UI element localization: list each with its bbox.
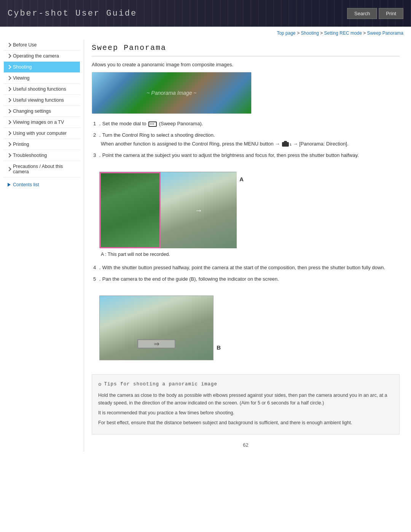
page-title: Sweep Panorama bbox=[92, 40, 400, 56]
step-1-text: 1 ．Set the mode dial to (Sweep Panorama)… bbox=[93, 121, 203, 126]
step-5-image-container: ⇒ B bbox=[99, 290, 213, 364]
sweep-panorama-icon bbox=[148, 121, 157, 127]
header: Cyber-shot User Guide Search Print bbox=[0, 0, 411, 27]
sidebar-label: Using with your computer bbox=[13, 131, 67, 136]
header-buttons: Search Print bbox=[347, 8, 403, 19]
arrow-icon bbox=[7, 76, 11, 80]
main-content: Sweep Panorama Allows you to create a pa… bbox=[84, 40, 407, 452]
sidebar-label: Useful viewing functions bbox=[13, 97, 64, 103]
arrow-icon bbox=[7, 87, 11, 91]
sidebar-item-before-use[interactable]: Before Use bbox=[4, 40, 80, 51]
sidebar-label: Operating the camera bbox=[13, 53, 59, 59]
tips-text-2: It is recommended that you practice a fe… bbox=[98, 409, 393, 417]
tips-title: ✿ Tips for shooting a panoramic image bbox=[98, 380, 393, 388]
breadcrumb-sweep[interactable]: Sweep Panorama bbox=[367, 30, 403, 36]
step-4: 4 ．With the shutter button pressed halfw… bbox=[92, 264, 400, 272]
pano2-indicator: ⇒ bbox=[137, 339, 175, 348]
main-layout: Before Use Operating the camera Shooting… bbox=[0, 40, 411, 459]
sidebar-item-using-computer[interactable]: Using with your computer bbox=[4, 128, 80, 139]
step-3-image: → A bbox=[99, 172, 236, 248]
arrow-icon bbox=[7, 120, 11, 124]
arrow-icon bbox=[7, 98, 11, 102]
sidebar-label: Printing bbox=[13, 142, 29, 147]
pano2-arrow-icon: ⇒ bbox=[154, 340, 159, 348]
sidebar-item-useful-viewing[interactable]: Useful viewing functions bbox=[4, 95, 80, 106]
step-2: 2 ．Turn the Control Ring to select a sho… bbox=[92, 131, 400, 148]
sidebar-label: Useful shooting functions bbox=[13, 86, 66, 92]
tips-text-3: For best effect, ensure that the distanc… bbox=[98, 419, 393, 427]
arrow-icon bbox=[7, 153, 11, 157]
sidebar-label: Troubleshooting bbox=[13, 153, 47, 158]
sidebar-item-viewing[interactable]: Viewing bbox=[4, 73, 80, 84]
sidebar-item-shooting[interactable]: Shooting bbox=[4, 62, 80, 73]
arrow-icon bbox=[7, 109, 11, 113]
contents-link-label: Contents list bbox=[13, 182, 39, 187]
app-title: Cyber-shot User Guide bbox=[8, 9, 137, 18]
print-button[interactable]: Print bbox=[379, 8, 403, 19]
sidebar-label: Changing settings bbox=[13, 109, 51, 114]
label-a: A bbox=[239, 176, 244, 182]
breadcrumb-top[interactable]: Top page bbox=[277, 30, 295, 36]
intro-text: Allows you to create a panoramic image f… bbox=[92, 62, 400, 67]
sidebar-label: Precautions / About this camera bbox=[13, 164, 76, 174]
panorama-banner-image bbox=[92, 72, 252, 114]
tips-text-1: Hold the camera as close to the body as … bbox=[98, 391, 393, 407]
sidebar-item-operating[interactable]: Operating the camera bbox=[4, 51, 80, 62]
page-number: 62 bbox=[92, 435, 400, 452]
sidebar-label: Viewing images on a TV bbox=[13, 120, 64, 125]
step-3: 3 ．Point the camera at the subject you w… bbox=[92, 152, 400, 159]
contents-list-link[interactable]: Contents list bbox=[4, 177, 80, 190]
pano-left-panel bbox=[100, 172, 161, 248]
arrow-icon bbox=[7, 131, 11, 135]
breadcrumb-setting-rec[interactable]: Setting REC mode bbox=[324, 30, 362, 36]
arrow-icon bbox=[7, 54, 11, 58]
step-5-image: ⇒ B bbox=[99, 296, 213, 360]
sidebar-item-viewing-tv[interactable]: Viewing images on a TV bbox=[4, 117, 80, 128]
step-2-sub: When another function is assigned to the… bbox=[101, 140, 400, 148]
sidebar-item-troubleshooting[interactable]: Troubleshooting bbox=[4, 150, 80, 161]
camera-menu-icon bbox=[282, 142, 289, 147]
sidebar-item-useful-shooting[interactable]: Useful shooting functions bbox=[4, 84, 80, 95]
steps-list: 1 ．Set the mode dial to (Sweep Panorama)… bbox=[92, 120, 400, 368]
label-a-caption: A : This part will not be recorded. bbox=[99, 252, 236, 257]
arrow-icon bbox=[7, 65, 11, 69]
step-1: 1 ．Set the mode dial to (Sweep Panorama)… bbox=[92, 120, 400, 128]
arrow-icon bbox=[7, 43, 11, 47]
step-3-image-container: → A A : This part will not be recorded. bbox=[99, 166, 236, 261]
sidebar-item-printing[interactable]: Printing bbox=[4, 139, 80, 150]
sidebar-item-precautions[interactable]: Precautions / About this camera bbox=[4, 161, 80, 177]
arrow-icon bbox=[7, 167, 11, 171]
sidebar-label: Before Use bbox=[13, 42, 37, 48]
search-button[interactable]: Search bbox=[347, 8, 377, 19]
label-b: B bbox=[217, 344, 221, 351]
arrow-icon bbox=[7, 142, 11, 146]
step-5: 5 ．Pan the camera to the end of the guid… bbox=[92, 275, 400, 283]
pano-direction-arrow: → bbox=[193, 206, 204, 214]
tips-icon: ✿ bbox=[98, 380, 102, 388]
sidebar: Before Use Operating the camera Shooting… bbox=[4, 40, 84, 452]
breadcrumb: Top page > Shooting > Setting REC mode >… bbox=[0, 27, 411, 40]
sidebar-item-changing-settings[interactable]: Changing settings bbox=[4, 106, 80, 117]
contents-arrow-icon bbox=[8, 183, 11, 187]
breadcrumb-shooting[interactable]: Shooting bbox=[301, 30, 319, 36]
sidebar-label: Shooting bbox=[13, 64, 32, 70]
pano-right-panel: → bbox=[161, 172, 237, 248]
pano2-background: ⇒ B bbox=[100, 296, 213, 360]
tips-box: ✿ Tips for shooting a panoramic image Ho… bbox=[92, 374, 400, 435]
sidebar-label: Viewing bbox=[13, 75, 30, 81]
